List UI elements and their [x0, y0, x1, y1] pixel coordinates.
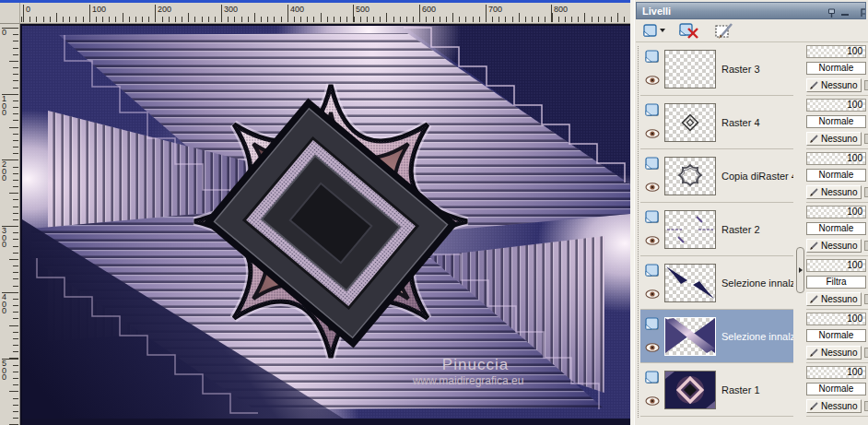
paintshop-workspace: 0 100 200 300 400 500 600 700 800 0 100 … [0, 0, 868, 425]
layer-thumbnail[interactable] [664, 264, 716, 302]
delete-layer-icon[interactable] [674, 21, 704, 41]
layer-thumbnail[interactable] [664, 50, 716, 89]
opacity-slider[interactable]: 100 [806, 259, 866, 272]
blend-mode-select[interactable]: Normale [806, 62, 866, 75]
blend-mode-select[interactable]: Normale [806, 383, 866, 395]
layer-controls: 100 Normale Nessuno [806, 310, 868, 363]
layer-row-selezione-innalzata[interactable]: Selezione innalzata [640, 310, 793, 363]
blend-mode-select[interactable]: Filtra [806, 276, 866, 289]
link-group-stub [864, 348, 868, 358]
link-set-button[interactable]: Nessuno [806, 185, 862, 199]
blend-mode-select[interactable]: Normale [806, 329, 866, 342]
layer-page-icon[interactable] [644, 209, 661, 224]
visibility-eye-icon[interactable] [645, 396, 660, 406]
link-set-button[interactable]: Nessuno [806, 292, 862, 306]
visibility-eye-icon[interactable] [645, 289, 660, 299]
layer-thumbnail[interactable] [664, 371, 716, 409]
link-set-button[interactable]: Nessuno [806, 346, 862, 360]
opacity-value: 100 [847, 46, 862, 56]
close-icon[interactable] [861, 6, 865, 17]
ruler-label: 200 [155, 5, 171, 22]
ruler-label: 200 [2, 161, 10, 183]
layer-row-raster1[interactable]: Raster 1 [640, 363, 793, 417]
layer-name: Copia diRaster 4 [721, 149, 797, 203]
panel-collapse-handle[interactable] [796, 247, 804, 293]
opacity-slider[interactable]: 100 [806, 366, 866, 379]
opacity-value: 100 [847, 367, 862, 377]
ruler-ticks [13, 24, 18, 425]
minimize-icon[interactable] [841, 14, 849, 16]
layer-name: Raster 4 [721, 96, 760, 149]
layer-thumbnail[interactable] [664, 103, 716, 142]
panel-resize-gripper[interactable] [638, 46, 639, 418]
visibility-eye-icon[interactable] [645, 183, 660, 192]
visibility-eye-icon[interactable] [645, 129, 660, 138]
layer-page-icon[interactable] [644, 316, 661, 331]
layer-thumbnail[interactable] [664, 157, 716, 195]
opacity-value: 100 [847, 207, 862, 217]
link-value: Nessuno [821, 134, 857, 144]
blend-mode-select[interactable]: Normale [806, 115, 866, 128]
link-value: Nessuno [821, 80, 857, 90]
link-value: Nessuno [821, 294, 857, 304]
opacity-value: 100 [847, 313, 862, 324]
canvas-image[interactable]: Pinuccia www.maidiregrafica.eu [20, 24, 630, 425]
panel-titlebar[interactable]: Livelli [636, 2, 866, 19]
new-layer-icon[interactable] [639, 21, 669, 41]
edit-selection-icon[interactable] [710, 21, 739, 41]
link-group-stub [864, 294, 868, 304]
opacity-slider[interactable]: 100 [806, 45, 866, 58]
opacity-slider[interactable]: 100 [806, 313, 866, 325]
opacity-slider[interactable]: 100 [806, 99, 866, 112]
ruler-label: 300 [221, 5, 238, 22]
link-set-button[interactable]: Nessuno [806, 399, 862, 413]
ruler-label: 400 [287, 5, 304, 22]
layer-page-icon[interactable] [644, 102, 661, 117]
link-set-button[interactable]: Nessuno [806, 78, 862, 92]
paintbrush-icon [809, 241, 819, 251]
layer-row-raster4[interactable]: Raster 4 [640, 96, 793, 149]
horizontal-ruler[interactable]: 0 100 200 300 400 500 600 700 800 [20, 3, 630, 24]
ruler-label: 100 [89, 5, 106, 22]
layer-row-raster3[interactable]: Raster 3 [640, 42, 793, 96]
layer-thumbnail[interactable] [664, 317, 716, 356]
link-group-stub [864, 401, 868, 411]
blend-mode-select[interactable]: Normale [806, 222, 866, 235]
opacity-value: 100 [847, 153, 862, 163]
ruler-label: 800 [551, 5, 568, 22]
link-set-button[interactable]: Nessuno [806, 132, 862, 146]
opacity-slider[interactable]: 100 [806, 152, 866, 165]
paintbrush-icon [809, 348, 819, 358]
layer-name: Raster 2 [721, 203, 760, 256]
link-set-button[interactable]: Nessuno [806, 239, 862, 253]
link-group-stub [864, 134, 868, 144]
layer-controls: 100 Normale Nessuno [806, 203, 868, 256]
layer-controls: 100 Normale Nessuno [806, 96, 868, 149]
link-group-stub [864, 187, 868, 197]
layer-row-raster2[interactable]: Raster 2 [640, 203, 793, 256]
opacity-slider[interactable]: 100 [806, 206, 866, 218]
layer-page-icon[interactable] [644, 49, 661, 64]
layer-controls: 100 Filtra Nessuno [806, 256, 868, 310]
blend-mode-select[interactable]: Normale [806, 169, 866, 182]
opacity-value: 100 [847, 260, 862, 270]
visibility-eye-icon[interactable] [645, 76, 660, 85]
paintbrush-icon [809, 134, 819, 144]
link-value: Nessuno [821, 187, 857, 197]
ruler-label: 0 [23, 5, 30, 22]
ruler-label: 700 [486, 5, 502, 22]
layer-row-copia-raster4[interactable]: Copia diRaster 4 [640, 149, 793, 203]
layer-controls: 100 Normale Nessuno [806, 42, 868, 96]
vertical-ruler[interactable]: 0 100 200 300 400 500 [0, 24, 20, 425]
layer-page-icon[interactable] [644, 370, 661, 384]
link-value: Nessuno [821, 241, 857, 251]
layer-row-selezione-innalzata-1[interactable]: Selezione innalzata 1 [640, 256, 793, 310]
visibility-eye-icon[interactable] [645, 236, 660, 245]
visibility-eye-icon[interactable] [645, 343, 660, 352]
watermark-url: www.maidiregrafica.eu [412, 374, 524, 387]
layer-page-icon[interactable] [644, 263, 661, 277]
layer-page-icon[interactable] [644, 156, 661, 171]
ruler-label: 500 [2, 360, 10, 382]
layer-controls: 100 Normale Nessuno [806, 363, 868, 417]
layer-thumbnail[interactable] [664, 210, 716, 249]
